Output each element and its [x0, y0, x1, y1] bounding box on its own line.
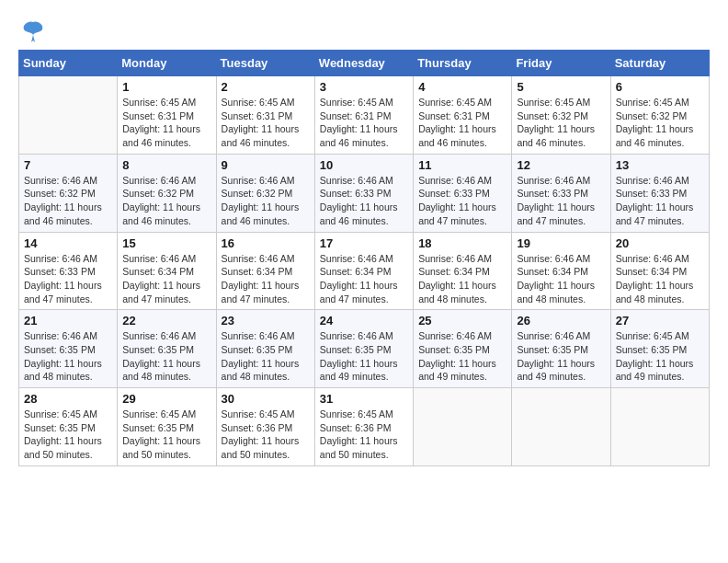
- calendar-body: 1Sunrise: 6:45 AMSunset: 6:31 PMDaylight…: [19, 76, 710, 466]
- day-info: Sunrise: 6:46 AMSunset: 6:35 PMDaylight:…: [418, 329, 506, 384]
- day-number: 7: [24, 158, 112, 172]
- day-info: Sunrise: 6:46 AMSunset: 6:32 PMDaylight:…: [122, 174, 210, 228]
- calendar-cell: 20Sunrise: 6:46 AMSunset: 6:34 PMDayligh…: [610, 232, 709, 310]
- calendar-cell: 8Sunrise: 6:46 AMSunset: 6:32 PMDaylight…: [118, 154, 216, 232]
- calendar-cell: 14Sunrise: 6:46 AMSunset: 6:33 PMDayligh…: [19, 232, 118, 310]
- day-number: 12: [517, 158, 605, 172]
- calendar-cell: 30Sunrise: 6:45 AMSunset: 6:36 PMDayligh…: [216, 388, 314, 466]
- calendar-cell: 1Sunrise: 6:45 AMSunset: 6:31 PMDaylight…: [118, 76, 216, 155]
- day-info: Sunrise: 6:46 AMSunset: 6:34 PMDaylight:…: [222, 252, 310, 306]
- column-header-wednesday: Wednesday: [314, 51, 413, 76]
- day-info: Sunrise: 6:46 AMSunset: 6:34 PMDaylight:…: [418, 252, 506, 306]
- column-header-friday: Friday: [512, 51, 610, 76]
- calendar-cell: 29Sunrise: 6:45 AMSunset: 6:35 PMDayligh…: [118, 388, 216, 466]
- day-info: Sunrise: 6:45 AMSunset: 6:36 PMDaylight:…: [320, 408, 408, 462]
- week-row-3: 14Sunrise: 6:46 AMSunset: 6:33 PMDayligh…: [19, 232, 710, 310]
- day-number: 22: [122, 314, 210, 327]
- day-number: 8: [122, 158, 210, 172]
- day-number: 11: [418, 158, 506, 172]
- calendar-cell: 7Sunrise: 6:46 AMSunset: 6:32 PMDaylight…: [19, 154, 118, 232]
- week-row-5: 28Sunrise: 6:45 AMSunset: 6:35 PMDayligh…: [19, 388, 710, 466]
- day-number: 9: [222, 158, 310, 172]
- calendar-cell: 5Sunrise: 6:45 AMSunset: 6:32 PMDaylight…: [512, 76, 610, 155]
- calendar-cell: [610, 388, 709, 466]
- day-number: 26: [517, 314, 605, 327]
- column-header-thursday: Thursday: [414, 51, 512, 76]
- calendar-cell: 3Sunrise: 6:45 AMSunset: 6:31 PMDaylight…: [314, 76, 413, 155]
- day-info: Sunrise: 6:46 AMSunset: 6:35 PMDaylight:…: [122, 329, 210, 384]
- week-row-2: 7Sunrise: 6:46 AMSunset: 6:32 PMDaylight…: [19, 154, 710, 232]
- day-number: 21: [24, 314, 112, 327]
- calendar-cell: 25Sunrise: 6:46 AMSunset: 6:35 PMDayligh…: [414, 310, 512, 388]
- day-number: 19: [517, 236, 605, 250]
- calendar-cell: 19Sunrise: 6:46 AMSunset: 6:34 PMDayligh…: [512, 232, 610, 310]
- calendar-cell: 11Sunrise: 6:46 AMSunset: 6:33 PMDayligh…: [414, 154, 512, 232]
- calendar-cell: 31Sunrise: 6:45 AMSunset: 6:36 PMDayligh…: [314, 388, 413, 466]
- day-info: Sunrise: 6:45 AMSunset: 6:36 PMDaylight:…: [222, 408, 310, 462]
- day-number: 23: [222, 314, 310, 327]
- day-number: 13: [616, 158, 704, 172]
- day-number: 1: [122, 80, 210, 94]
- calendar-cell: 6Sunrise: 6:45 AMSunset: 6:32 PMDaylight…: [610, 76, 709, 155]
- day-info: Sunrise: 6:45 AMSunset: 6:31 PMDaylight:…: [418, 96, 506, 150]
- calendar-cell: 24Sunrise: 6:46 AMSunset: 6:35 PMDayligh…: [314, 310, 413, 388]
- column-header-sunday: Sunday: [19, 51, 118, 76]
- week-row-1: 1Sunrise: 6:45 AMSunset: 6:31 PMDaylight…: [19, 76, 710, 155]
- day-number: 4: [418, 80, 506, 94]
- calendar-cell: 28Sunrise: 6:45 AMSunset: 6:35 PMDayligh…: [19, 388, 118, 466]
- calendar-cell: 23Sunrise: 6:46 AMSunset: 6:35 PMDayligh…: [216, 310, 314, 388]
- day-number: 31: [320, 392, 408, 406]
- day-number: 30: [222, 392, 310, 406]
- day-number: 29: [122, 392, 210, 406]
- calendar-cell: [414, 388, 512, 466]
- day-info: Sunrise: 6:45 AMSunset: 6:31 PMDaylight:…: [222, 96, 310, 150]
- day-number: 25: [418, 314, 506, 327]
- day-number: 24: [320, 314, 408, 327]
- calendar-cell: 21Sunrise: 6:46 AMSunset: 6:35 PMDayligh…: [19, 310, 118, 388]
- logo-bird-icon: [20, 18, 46, 44]
- day-info: Sunrise: 6:46 AMSunset: 6:35 PMDaylight:…: [222, 329, 310, 384]
- day-number: 5: [517, 80, 605, 94]
- day-number: 20: [616, 236, 704, 250]
- calendar-cell: [19, 76, 118, 155]
- week-row-4: 21Sunrise: 6:46 AMSunset: 6:35 PMDayligh…: [19, 310, 710, 388]
- day-info: Sunrise: 6:45 AMSunset: 6:35 PMDaylight:…: [122, 408, 210, 462]
- day-info: Sunrise: 6:46 AMSunset: 6:35 PMDaylight:…: [24, 329, 112, 384]
- day-number: 15: [122, 236, 210, 250]
- column-header-monday: Monday: [118, 51, 216, 76]
- calendar-cell: 16Sunrise: 6:46 AMSunset: 6:34 PMDayligh…: [216, 232, 314, 310]
- day-info: Sunrise: 6:46 AMSunset: 6:34 PMDaylight:…: [320, 252, 408, 306]
- day-number: 17: [320, 236, 408, 250]
- day-number: 27: [616, 314, 704, 327]
- logo: [18, 18, 46, 40]
- day-number: 16: [222, 236, 310, 250]
- calendar-cell: 17Sunrise: 6:46 AMSunset: 6:34 PMDayligh…: [314, 232, 413, 310]
- day-info: Sunrise: 6:46 AMSunset: 6:33 PMDaylight:…: [616, 174, 704, 228]
- calendar-cell: 27Sunrise: 6:45 AMSunset: 6:35 PMDayligh…: [610, 310, 709, 388]
- calendar-cell: 2Sunrise: 6:45 AMSunset: 6:31 PMDaylight…: [216, 76, 314, 155]
- day-info: Sunrise: 6:46 AMSunset: 6:33 PMDaylight:…: [24, 252, 112, 306]
- calendar-cell: 9Sunrise: 6:46 AMSunset: 6:32 PMDaylight…: [216, 154, 314, 232]
- day-number: 3: [320, 80, 408, 94]
- calendar-cell: 18Sunrise: 6:46 AMSunset: 6:34 PMDayligh…: [414, 232, 512, 310]
- calendar-cell: 4Sunrise: 6:45 AMSunset: 6:31 PMDaylight…: [414, 76, 512, 155]
- day-info: Sunrise: 6:45 AMSunset: 6:31 PMDaylight:…: [122, 96, 210, 150]
- day-info: Sunrise: 6:46 AMSunset: 6:35 PMDaylight:…: [320, 329, 408, 384]
- day-info: Sunrise: 6:46 AMSunset: 6:33 PMDaylight:…: [320, 174, 408, 228]
- day-info: Sunrise: 6:46 AMSunset: 6:34 PMDaylight:…: [616, 252, 704, 306]
- calendar-cell: 12Sunrise: 6:46 AMSunset: 6:33 PMDayligh…: [512, 154, 610, 232]
- day-info: Sunrise: 6:46 AMSunset: 6:33 PMDaylight:…: [517, 174, 605, 228]
- day-info: Sunrise: 6:45 AMSunset: 6:31 PMDaylight:…: [320, 96, 408, 150]
- calendar-cell: [512, 388, 610, 466]
- column-header-saturday: Saturday: [610, 51, 709, 76]
- day-info: Sunrise: 6:45 AMSunset: 6:32 PMDaylight:…: [616, 96, 704, 150]
- calendar-cell: 13Sunrise: 6:46 AMSunset: 6:33 PMDayligh…: [610, 154, 709, 232]
- day-info: Sunrise: 6:45 AMSunset: 6:32 PMDaylight:…: [517, 96, 605, 150]
- day-number: 6: [616, 80, 704, 94]
- day-number: 18: [418, 236, 506, 250]
- day-number: 2: [222, 80, 310, 94]
- calendar-header: SundayMondayTuesdayWednesdayThursdayFrid…: [19, 51, 710, 76]
- header-row: SundayMondayTuesdayWednesdayThursdayFrid…: [19, 51, 710, 76]
- day-info: Sunrise: 6:46 AMSunset: 6:32 PMDaylight:…: [222, 174, 310, 228]
- day-info: Sunrise: 6:46 AMSunset: 6:34 PMDaylight:…: [122, 252, 210, 306]
